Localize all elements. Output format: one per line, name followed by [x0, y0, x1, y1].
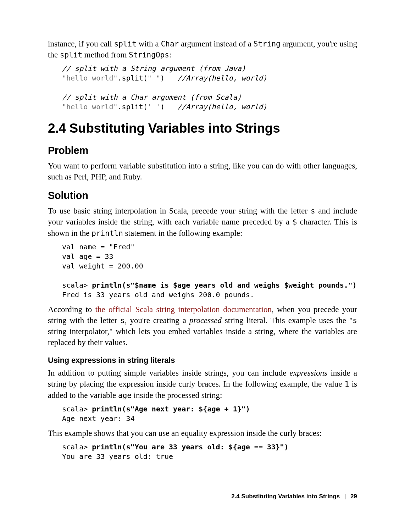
code-string: String	[254, 40, 281, 48]
code-split-2: split	[60, 51, 82, 59]
expr-paragraph: In addition to putting simple variables …	[48, 367, 357, 400]
code-split: split	[114, 40, 137, 48]
footer-section-title: 2.4 Substituting Variables into Strings	[231, 493, 340, 500]
footer-page-number: 29	[350, 493, 357, 500]
code-comment: //Array(hello, world)	[177, 74, 267, 82]
page: instance, if you call split with a Char …	[0, 0, 405, 532]
scala-docs-link[interactable]: the official Scala string interpolation …	[95, 305, 272, 314]
problem-paragraph: You want to perform variable substitutio…	[48, 160, 357, 182]
equality-paragraph: This example shows that you can use an e…	[48, 428, 357, 439]
code-dollar: $	[293, 218, 297, 226]
code-char: Char	[161, 40, 179, 48]
solution-heading: Solution	[48, 189, 357, 203]
intro-paragraph: instance, if you call split with a Char …	[48, 38, 357, 60]
text: inside the processed string:	[132, 391, 222, 400]
code-println: println	[91, 229, 123, 238]
code-text: )	[160, 74, 177, 82]
post-code-paragraph: According to the official Scala string i…	[48, 304, 357, 348]
footer-separator: |	[344, 493, 346, 500]
text: , you're creating a	[125, 316, 189, 325]
code-input: println(s"$name is $age years old and we…	[92, 281, 357, 289]
code-prompt: scala>	[62, 405, 92, 413]
code-line: val name = "Fred"	[62, 243, 135, 251]
code-age: age	[118, 391, 132, 400]
expr-heading: Using expressions in string literals	[48, 355, 357, 366]
code-comment: // split with a String argument (from Ja…	[62, 64, 246, 73]
problem-heading: Problem	[48, 144, 357, 157]
code-prompt: scala>	[62, 443, 92, 451]
code-string-literal: "hello world"	[62, 74, 118, 82]
code-output: Age next year: 34	[62, 414, 135, 423]
emphasis-expressions: expressions	[290, 368, 327, 377]
code-block-split: // split with a String argument (from Ja…	[62, 64, 357, 112]
code-line: val age = 33	[62, 252, 113, 261]
code-s: s	[311, 207, 315, 215]
text: :	[169, 50, 171, 59]
code-line: val weight = 200.00	[62, 262, 143, 270]
code-output: Fred is 33 years old and weighs 200.0 po…	[62, 290, 254, 299]
text: instance, if you call	[48, 39, 114, 48]
text: In addition to putting simple variables …	[48, 368, 290, 377]
text: To use basic string interpolation in Sca…	[48, 206, 311, 215]
code-input: println(s"You are 33 years old: ${age ==…	[92, 443, 288, 451]
text: argument instead of a	[179, 39, 254, 48]
code-prompt: scala>	[62, 281, 92, 289]
text: with a	[137, 39, 161, 48]
text: string interpolator," which lets you emb…	[48, 327, 357, 347]
section-heading: 2.4 Substituting Variables into Strings	[48, 120, 357, 137]
code-block-age-equals: scala> println(s"You are 33 years old: $…	[62, 442, 357, 461]
code-string-literal: " "	[148, 74, 160, 82]
emphasis-processed: processed	[189, 316, 222, 325]
code-s: s	[353, 316, 357, 325]
code-one: 1	[345, 380, 349, 388]
code-s: s	[120, 316, 125, 325]
code-input: println(s"Age next year: ${age + 1}")	[92, 405, 250, 413]
text: According to	[48, 305, 95, 314]
text: method from	[82, 50, 129, 59]
code-string-literal: "hello world"	[62, 102, 118, 111]
solution-paragraph: To use basic string interpolation in Sca…	[48, 205, 357, 238]
code-output: You are 33 years old: true	[62, 452, 173, 461]
code-text: .split(	[118, 74, 148, 82]
code-block-age-plus-one: scala> println(s"Age next year: ${age + …	[62, 404, 357, 423]
code-comment: // split with a Char argument (from Scal…	[62, 93, 242, 101]
text: string literal. This example uses the "	[222, 316, 353, 325]
code-stringops: StringOps	[129, 51, 169, 59]
text: statement in the following example:	[123, 229, 243, 238]
code-char-literal: ' '	[148, 102, 160, 111]
code-text: )	[160, 102, 177, 111]
code-block-interpolation-basic: val name = "Fred" val age = 33 val weigh…	[62, 242, 357, 300]
code-text: .split(	[118, 102, 148, 111]
page-footer: 2.4 Substituting Variables into Strings …	[48, 489, 357, 501]
code-comment: //Array(hello, world)	[177, 102, 267, 111]
